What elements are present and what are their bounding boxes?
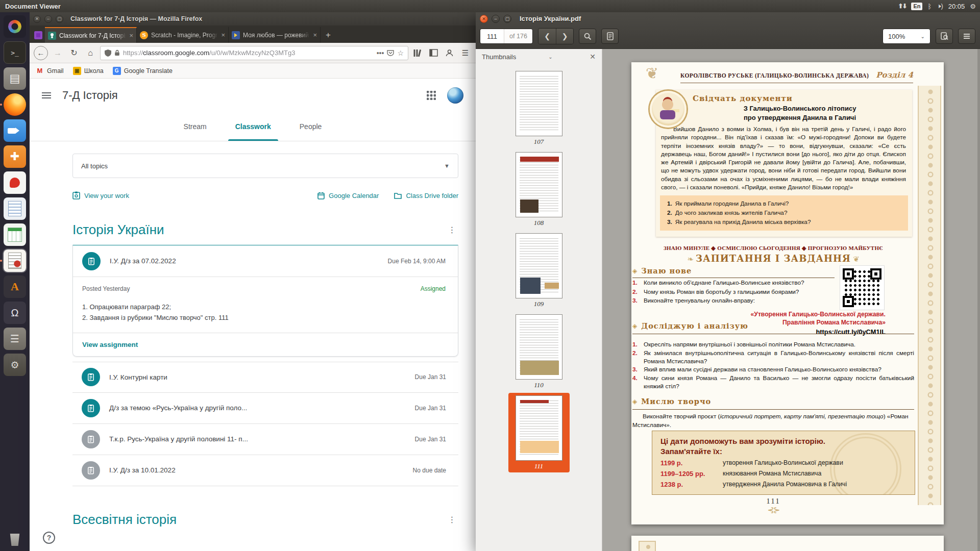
- dock-icon-calc[interactable]: [4, 223, 26, 246]
- sidebar-close-icon[interactable]: ✕: [590, 53, 596, 61]
- bookmark-star-icon[interactable]: ☆: [397, 49, 404, 57]
- library-icon[interactable]: [411, 49, 424, 57]
- bluetooth-icon[interactable]: ᛒ: [927, 3, 932, 10]
- thumbnail-page-107[interactable]: 107: [508, 68, 570, 148]
- section-more-icon[interactable]: ⋮: [446, 515, 458, 524]
- dock-icon-firefox[interactable]: [4, 93, 26, 116]
- dock-icon-video-app[interactable]: [4, 119, 26, 142]
- main-menu-icon[interactable]: [42, 92, 51, 98]
- session-gear-icon[interactable]: ⚙: [970, 3, 976, 10]
- class-drive-folder-link[interactable]: Class Drive folder: [394, 192, 458, 199]
- dock-icon-writer[interactable]: [4, 197, 26, 220]
- tab-classwork[interactable]: Classwork: [223, 112, 283, 141]
- maximize-icon[interactable]: ▢: [503, 15, 511, 23]
- browser-tab[interactable]: Моя любов — рожевий×: [229, 27, 321, 43]
- dock-icon-dark-app[interactable]: Ω: [4, 302, 26, 324]
- volume-icon[interactable]: 🕨): [937, 2, 943, 10]
- tab-people[interactable]: People: [287, 112, 334, 141]
- page-actions-icon[interactable]: •••: [377, 49, 384, 57]
- dock-icon-trash[interactable]: [4, 529, 26, 551]
- assignment-row[interactable]: Т.к.р. Русь-Україна у другій половині 11…: [72, 424, 458, 455]
- close-icon[interactable]: ✕: [33, 15, 41, 23]
- dock-icon-files[interactable]: ▤: [4, 67, 26, 90]
- google-calendar-link[interactable]: Google Calendar: [317, 192, 379, 199]
- assignment-card: І.У. Д/з за 07.02.2022 Due Feb 14, 9:00 …: [72, 245, 458, 357]
- maximize-icon[interactable]: ▢: [56, 15, 63, 23]
- thumbnail-label: 109: [516, 300, 562, 308]
- thumbnail-page-110[interactable]: 110: [508, 312, 570, 391]
- account-icon[interactable]: [443, 49, 456, 57]
- dock-icon-red-app[interactable]: [4, 171, 26, 194]
- section-title[interactable]: Всесвітня історія: [72, 512, 177, 528]
- leaf-ornament-icon: ❦: [851, 255, 860, 263]
- tab-close-icon[interactable]: ×: [129, 32, 133, 39]
- search-button[interactable]: [579, 29, 596, 44]
- clock[interactable]: 20:05: [948, 3, 965, 10]
- back-button[interactable]: ←: [34, 46, 48, 60]
- topics-filter-dropdown[interactable]: All topics ▼: [72, 154, 458, 178]
- page-number-input[interactable]: 111: [480, 29, 504, 43]
- evince-headerbar[interactable]: ✕ – ▢ Історія України.pdf 111 of 176 ❮ ❯…: [476, 12, 980, 49]
- tracking-shield-icon[interactable]: [105, 49, 111, 57]
- help-button[interactable]: ?: [43, 532, 55, 544]
- section-title[interactable]: Історія України: [72, 222, 164, 238]
- sidebar-title: Thumbnails: [482, 53, 516, 61]
- thumbnail-page-109[interactable]: 109: [508, 231, 570, 310]
- hamburger-menu-button[interactable]: [958, 29, 975, 44]
- dock-icon-libreoffice[interactable]: A: [4, 276, 26, 298]
- view-your-work-link[interactable]: View your work: [72, 191, 129, 199]
- view-assignment-link[interactable]: View assignment: [73, 333, 458, 356]
- dock-icon-document-viewer[interactable]: [4, 249, 26, 272]
- pdf-page-111: ❦ КОРОЛІВСТВО РУСЬКЕ (ГАЛИЦЬКО-ВОЛИНСЬКА…: [631, 62, 944, 524]
- section-more-icon[interactable]: ⋮: [446, 225, 458, 235]
- tab-stream[interactable]: Stream: [172, 112, 219, 141]
- pinned-tab[interactable]: [32, 28, 45, 43]
- status-badge: Assigned: [421, 285, 446, 292]
- scrollbar[interactable]: [977, 49, 980, 551]
- home-button[interactable]: ⌂: [84, 48, 97, 58]
- google-apps-icon[interactable]: [427, 91, 436, 100]
- reload-button[interactable]: ↻: [67, 48, 81, 58]
- sidebar-toggle-icon[interactable]: [427, 49, 440, 57]
- tab-close-icon[interactable]: ×: [221, 31, 225, 39]
- network-indicator-icon[interactable]: ⬆⬇: [898, 3, 906, 10]
- browser-tab[interactable]: Classwork for 7-Д Історія×: [45, 27, 137, 43]
- dock-icon-archive[interactable]: ☰: [4, 328, 26, 350]
- player-favicon-icon: [232, 31, 240, 39]
- bookmark-school[interactable]: ▣Школа: [73, 67, 104, 75]
- url-text[interactable]: https://classroom.google.com/u/0/w/MzkwM…: [123, 49, 374, 57]
- pocket-icon[interactable]: [387, 49, 394, 57]
- sidebar-dropdown-icon[interactable]: ⌄: [548, 54, 552, 60]
- pdf-view-area[interactable]: ❦ КОРОЛІВСТВО РУСЬКЕ (ГАЛИЦЬКО-ВОЛИНСЬКА…: [602, 49, 980, 551]
- avatar[interactable]: [447, 87, 463, 104]
- forward-button[interactable]: →: [51, 48, 64, 58]
- bookmark-gmail[interactable]: MGmail: [36, 67, 64, 74]
- assignment-icon: [82, 368, 100, 386]
- previous-page-button[interactable]: ❮: [538, 29, 556, 44]
- zoom-level-dropdown[interactable]: 100% ⌄: [883, 29, 930, 44]
- new-tab-button[interactable]: +: [321, 27, 336, 43]
- thumbnail-page-111[interactable]: 111: [508, 393, 570, 472]
- close-icon[interactable]: ✕: [480, 15, 488, 23]
- next-page-button[interactable]: ❯: [556, 29, 573, 44]
- minimize-icon[interactable]: –: [44, 15, 52, 23]
- assignment-card-header[interactable]: І.У. Д/з за 07.02.2022 Due Feb 14, 9:00 …: [73, 245, 458, 277]
- assignment-row[interactable]: І.У. Д/з за 10.01.2022No due date: [72, 455, 458, 486]
- minimize-icon[interactable]: –: [492, 15, 500, 23]
- assignment-row[interactable]: Д/з за темою «Русь-Україна у другій поло…: [72, 393, 458, 424]
- tab-close-icon[interactable]: ×: [313, 31, 317, 39]
- url-bar[interactable]: https://classroom.google.com/u/0/w/MzkwM…: [100, 46, 408, 60]
- dock-icon-orange-app[interactable]: ✚: [4, 145, 26, 168]
- menu-icon[interactable]: ☰: [459, 48, 472, 58]
- thumbnail-page-108[interactable]: 108: [508, 149, 570, 229]
- dock-icon-terminal[interactable]: >_: [4, 41, 26, 64]
- dock-icon-activities[interactable]: [4, 15, 26, 38]
- keyboard-layout-indicator[interactable]: En: [911, 3, 922, 10]
- page-zoom-button[interactable]: [936, 29, 953, 44]
- assignment-row[interactable]: І.У. Контурні картиDue Jan 31: [72, 362, 458, 393]
- firefox-titlebar[interactable]: ✕ – ▢ Classwork for 7-Д Історія — Mozill…: [30, 12, 476, 26]
- browser-tab[interactable]: SScratch - Imagine, Progr×: [137, 27, 229, 43]
- dock-icon-tools[interactable]: ⚙: [4, 354, 26, 376]
- annotations-button[interactable]: [601, 29, 619, 44]
- bookmark-translate[interactable]: GGoogle Translate: [113, 67, 173, 75]
